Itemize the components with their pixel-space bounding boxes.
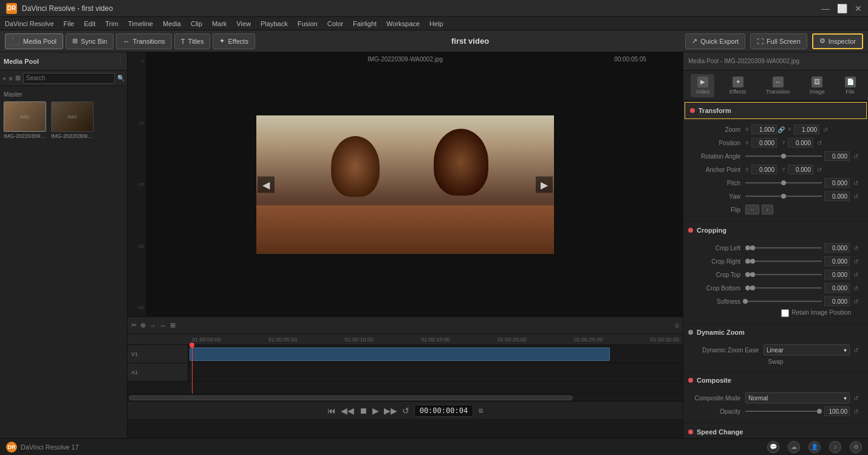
media-pool-button[interactable]: ⬛ Media Pool: [5, 33, 63, 49]
minimize-button[interactable]: —: [821, 4, 830, 13]
timeline-options-icon[interactable]: ≡: [675, 321, 679, 330]
crop-right-slider[interactable]: [753, 261, 822, 262]
menu-item-file[interactable]: File: [64, 20, 75, 27]
menu-item-workspace[interactable]: Workspace: [386, 20, 420, 27]
opacity-reset[interactable]: ↺: [851, 406, 861, 416]
status-music-icon[interactable]: ♪: [829, 441, 841, 453]
crop-left-slider[interactable]: [753, 247, 822, 248]
softness-value[interactable]: 0.000: [824, 296, 850, 306]
crop-bottom-slider[interactable]: [753, 287, 822, 289]
opacity-slider[interactable]: [745, 411, 822, 412]
scrollbar-thumb[interactable]: [129, 395, 573, 400]
loop-button[interactable]: ↺: [402, 406, 409, 416]
fullscreen-button[interactable]: ⛶ Full Screen: [750, 33, 807, 49]
anchor-y-value[interactable]: 0.000: [788, 165, 813, 174]
media-pool-options[interactable]: ⋮: [117, 58, 123, 64]
status-person-icon[interactable]: 👤: [808, 441, 821, 453]
retain-position-checkbox[interactable]: [781, 309, 789, 317]
menu-item-view[interactable]: View: [236, 20, 251, 27]
menu-item-mark[interactable]: Mark: [212, 20, 227, 27]
skip-start-button[interactable]: ⏮: [327, 406, 336, 416]
inspector-button[interactable]: ⚙ Inspector: [812, 33, 863, 49]
anchor-x-value[interactable]: 0.000: [751, 165, 777, 174]
crop-left-reset[interactable]: ↺: [851, 243, 861, 253]
opacity-value[interactable]: 100.00: [824, 406, 850, 416]
status-chat-icon[interactable]: 💬: [767, 441, 779, 453]
crop-top-value[interactable]: 0.000: [824, 270, 850, 279]
preview-nav-right[interactable]: ▶: [536, 176, 553, 193]
tab-effects[interactable]: ✦ Effects: [725, 74, 751, 97]
crop-bottom-value[interactable]: 0.000: [824, 283, 850, 293]
quick-export-button[interactable]: ↗ Quick Export: [685, 33, 745, 49]
audio-track-content[interactable]: [188, 363, 683, 381]
composite-section-header[interactable]: Composite: [683, 372, 868, 389]
rotation-slider[interactable]: [745, 156, 822, 157]
transitions-button[interactable]: ↔ Transitions: [116, 33, 171, 49]
search-input[interactable]: [23, 73, 115, 84]
pitch-slider[interactable]: [745, 182, 822, 183]
menu-item-media[interactable]: Media: [163, 20, 181, 27]
prev-frame-button[interactable]: ◀◀: [341, 406, 354, 416]
close-button[interactable]: ✕: [855, 4, 862, 13]
maximize-button[interactable]: ⬜: [837, 4, 847, 13]
composite-mode-dropdown[interactable]: Normal ▾: [745, 392, 850, 403]
crop-right-reset[interactable]: ↺: [851, 256, 861, 266]
effects-button[interactable]: ✦ Effects: [213, 33, 255, 49]
pitch-value[interactable]: 0.000: [824, 178, 850, 188]
timeline-tool-icon[interactable]: ⊕: [140, 321, 146, 329]
timeline-scrollbar[interactable]: [128, 394, 683, 401]
cropping-section-header[interactable]: Cropping: [683, 222, 868, 239]
status-cloud-icon[interactable]: ☁: [788, 441, 800, 453]
yaw-reset-button[interactable]: ↺: [851, 191, 861, 201]
flip-v-button[interactable]: ↕: [762, 205, 773, 214]
timeline-tool-icon4[interactable]: ⊞: [170, 321, 176, 329]
position-reset-button[interactable]: ↺: [815, 138, 824, 148]
speed-change-header[interactable]: Speed Change: [683, 423, 868, 438]
zoom-reset-button[interactable]: ↺: [821, 125, 830, 134]
menu-item-fairlight[interactable]: Fairlight: [353, 20, 377, 27]
timeline-tool-icon3[interactable]: ↔: [160, 322, 166, 329]
menu-item-playback[interactable]: Playback: [261, 20, 288, 27]
grid-view-icon[interactable]: ⊞: [15, 74, 21, 82]
menu-item-fusion[interactable]: Fusion: [298, 20, 318, 27]
status-settings-icon[interactable]: ⚙: [850, 441, 862, 453]
position-y-value[interactable]: 0.000: [788, 138, 813, 148]
playhead[interactable]: [192, 345, 193, 394]
crop-right-value[interactable]: 0.000: [824, 256, 850, 266]
softness-slider[interactable]: [745, 301, 822, 302]
timeline-tool-icon2[interactable]: →: [149, 322, 156, 329]
stop-button[interactable]: ⏹: [359, 406, 367, 416]
yaw-slider[interactable]: [745, 196, 822, 197]
zoom-ease-dropdown[interactable]: Linear ▾: [764, 344, 850, 355]
zoom-y-value[interactable]: 1.000: [794, 125, 819, 134]
rotation-reset-button[interactable]: ↺: [851, 151, 861, 161]
menu-item-edit[interactable]: Edit: [84, 20, 95, 27]
menu-item-timeline[interactable]: Timeline: [128, 20, 153, 27]
position-x-value[interactable]: 0.000: [751, 138, 777, 148]
swap-button[interactable]: Swap: [768, 358, 783, 365]
scissors-icon[interactable]: ✂: [131, 321, 137, 329]
titles-button[interactable]: T Titles: [174, 33, 211, 49]
menu-item-color[interactable]: Color: [327, 20, 343, 27]
menu-item-clip[interactable]: Clip: [191, 20, 202, 27]
pitch-reset-button[interactable]: ↺: [851, 178, 861, 188]
zoom-ease-reset[interactable]: ↺: [851, 345, 861, 355]
preview-nav-left[interactable]: ◀: [258, 176, 275, 193]
link-icon[interactable]: 🔗: [777, 125, 785, 134]
media-item-0[interactable]: IMG IMG-20220309-W...: [4, 101, 46, 139]
tab-transition[interactable]: ↔ Transition: [761, 74, 795, 97]
crop-top-slider[interactable]: [753, 274, 822, 275]
dynamic-zoom-header[interactable]: Dynamic Zoom: [683, 324, 868, 341]
tab-image[interactable]: 🖼 Image: [805, 74, 830, 97]
media-item-1[interactable]: IMG IMG-20220309-W...: [51, 101, 94, 139]
menu-item-trim[interactable]: Trim: [105, 20, 118, 27]
media-thumb-1[interactable]: IMG: [51, 101, 94, 132]
menu-item-davinci[interactable]: DaVinci Resolve: [5, 20, 54, 27]
zoom-x-value[interactable]: 1.000: [751, 125, 777, 134]
add-folder-icon[interactable]: +: [2, 75, 6, 82]
play-button[interactable]: ▶: [372, 406, 379, 416]
next-frame-button[interactable]: ▶▶: [384, 406, 397, 416]
video-track-content[interactable]: [188, 345, 683, 363]
video-clip[interactable]: [190, 347, 610, 361]
menu-item-help[interactable]: Help: [429, 20, 443, 27]
